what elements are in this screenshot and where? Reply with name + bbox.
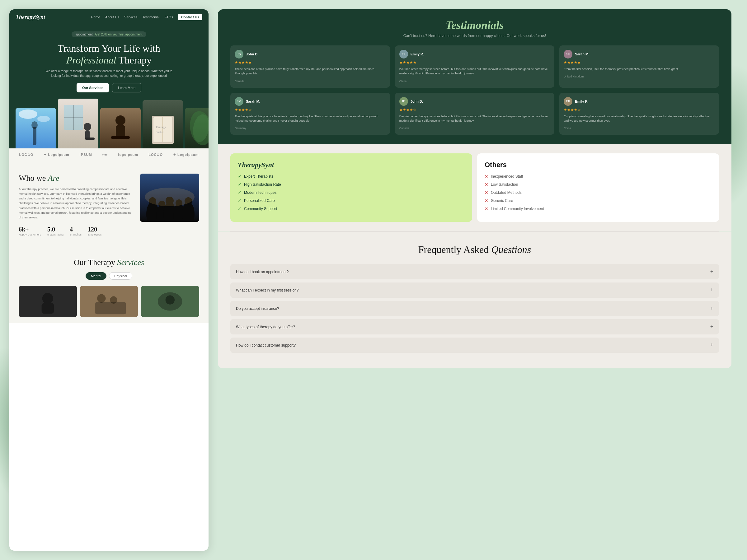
check-icon-5: ✓ (238, 206, 241, 211)
svg-rect-15 (111, 136, 130, 139)
ts-feature-3: ✓ Modern Techniques (238, 190, 465, 195)
hero-section: appointment Get 20% on your first appoin… (9, 25, 209, 149)
reviewer-name-2: Emily R. (411, 52, 424, 56)
country-1: Canada (235, 80, 244, 83)
x-icon-2: ✕ (485, 182, 488, 187)
hero-subtitle: We offer a range of therapeutic services… (44, 69, 174, 78)
left-panel: TherapySynt Home About Us Services Testi… (9, 9, 209, 551)
nav-testimonial[interactable]: Testimonial (142, 15, 159, 19)
learn-more-button[interactable]: Learn More (112, 83, 141, 92)
partner-logo-5: logolpsum (118, 153, 138, 157)
stars-4: ★★★★☆ (235, 108, 386, 112)
faq-section: Frequently Asked Questions How do I book… (218, 232, 731, 368)
faq-expand-icon-2: + (710, 287, 713, 293)
hero-images: Therapy Practice (16, 99, 202, 149)
nav-about[interactable]: About Us (105, 15, 119, 19)
stars-5: ★★★★☆ (399, 108, 550, 112)
review-text-5: I've tried other therapy services before… (399, 114, 550, 123)
partner-logo-3: IPSUM (80, 153, 92, 157)
reviewer-avatar-4: SM (235, 97, 243, 106)
svg-rect-39 (42, 303, 54, 314)
hero-image-2 (58, 99, 98, 149)
stat-rating: 5.0 5 stars rating (47, 226, 63, 236)
nav-services[interactable]: Services (124, 15, 137, 19)
faq-item-1[interactable]: How do I book an appointment? + (230, 264, 719, 279)
who-content: Who we Are At our therapy practice, we a… (19, 174, 134, 236)
filter-mental[interactable]: Mental (85, 272, 106, 280)
other-feature-5: ✕ Limited Community Involvement (485, 206, 712, 211)
faq-expand-icon-5: + (710, 342, 713, 348)
who-text: At our therapy practice, we are dedicate… (19, 187, 134, 220)
partner-logo-6: LOC⊙O (149, 153, 163, 157)
other-feature-1: ✕ Inexperienced Staff (485, 174, 712, 179)
svg-rect-43 (95, 302, 126, 314)
testimonial-card-4: SM Sarah M. ★★★★☆ The therapists at this… (230, 93, 390, 135)
svg-point-41 (97, 294, 106, 303)
reviewer-name-3: Sarah M. (575, 52, 589, 56)
testimonials-title: Testimonials (230, 19, 719, 32)
hero-image-3 (100, 108, 141, 149)
stat-employees: 120 Employees (88, 226, 102, 236)
hero-image-4: Therapy Practice (143, 100, 183, 149)
svg-point-4 (31, 121, 38, 129)
services-title: Our Therapy Services (19, 258, 199, 267)
svg-text:Practice: Practice (156, 131, 164, 133)
testimonials-grid: JD John D. ★★★★★ These sessions at this … (230, 46, 719, 135)
stars-6: ★★★★☆ (564, 108, 715, 112)
svg-point-1 (19, 109, 37, 119)
our-services-button[interactable]: Our Services (77, 83, 109, 92)
faq-expand-icon-1: + (710, 268, 713, 275)
reviewer-avatar-1: JD (235, 50, 243, 58)
reviewer-name-6: Emily R. (575, 100, 588, 103)
who-image (140, 174, 199, 222)
faq-item-2[interactable]: What can I expect in my first session? + (230, 283, 719, 298)
testimonial-card-6: ER Emily R. ★★★★☆ Couples counseling her… (559, 93, 719, 135)
reviewer-name-4: Sarah M. (246, 100, 260, 103)
hero-ticker: appointment Get 20% on your first appoin… (72, 31, 146, 37)
reviewer-avatar-3: SM (564, 50, 572, 58)
logos-bar: LOC⊙O ✦ Logolpsum IPSUM ∞∞ logolpsum LOC… (9, 149, 209, 161)
svg-point-38 (42, 293, 53, 304)
therapysynt-card: TherapySynt ✓ Expert Therapists ✓ High S… (230, 153, 472, 222)
check-icon-2: ✓ (238, 182, 241, 187)
navbar: TherapySynt Home About Us Services Testi… (9, 9, 209, 25)
faq-item-5[interactable]: How do I contact customer support? + (230, 338, 719, 353)
who-stats: 6k+ Happy Customers 5.0 5 stars rating 4… (19, 226, 134, 236)
hero-image-5 (185, 108, 209, 149)
faq-expand-icon-4: + (710, 324, 713, 330)
partner-logo-1: LOC⊙O (19, 153, 34, 157)
testimonial-card-2: ER Emily R. ★★★★★ I've tried other thera… (395, 46, 555, 88)
service-cards (19, 286, 199, 317)
hero-title: Transform Your Life with Professional Th… (16, 42, 202, 66)
nav-contact-btn[interactable]: Contact Us (178, 14, 202, 20)
hero-buttons: Our Services Learn More (16, 83, 202, 92)
right-panel: Testimonials Can't trust us? Here have s… (218, 9, 731, 551)
nav-faqs[interactable]: FAQs (164, 15, 173, 19)
testimonial-card-1: JD John D. ★★★★★ These sessions at this … (230, 46, 390, 88)
who-title: Who we Are (19, 174, 134, 183)
stat-branches: 4 Branches (70, 226, 81, 236)
svg-rect-11 (85, 137, 95, 140)
filter-physical[interactable]: Physical (109, 272, 132, 280)
svg-point-9 (84, 123, 91, 130)
nav-home[interactable]: Home (91, 15, 100, 19)
testimonials-section: Testimonials Can't trust us? Here have s… (218, 9, 731, 144)
ts-feature-1: ✓ Expert Therapists (238, 174, 465, 179)
reviewer-name-5: John D. (411, 100, 423, 103)
stat-customers: 6k+ Happy Customers (19, 226, 41, 236)
services-filter: Mental Physical (19, 272, 199, 280)
svg-point-46 (165, 295, 175, 304)
review-text-2: I've tried other therapy services before… (399, 67, 550, 76)
faq-item-3[interactable]: Do you accept insurance? + (230, 301, 719, 316)
reviewer-avatar-5: JD (399, 97, 408, 106)
faq-item-4[interactable]: What types of therapy do you offer? + (230, 319, 719, 335)
faq-title: Frequently Asked Questions (230, 244, 719, 256)
country-4: Germany (235, 127, 246, 130)
review-text-3: From the first session, I felt the thera… (564, 67, 715, 71)
x-icon-3: ✕ (485, 190, 488, 195)
service-card-3 (141, 286, 199, 317)
reviewer-avatar-6: ER (564, 97, 572, 106)
x-icon-4: ✕ (485, 198, 488, 203)
svg-point-13 (115, 115, 125, 125)
review-text-6: Couples counseling here saved our relati… (564, 114, 715, 123)
